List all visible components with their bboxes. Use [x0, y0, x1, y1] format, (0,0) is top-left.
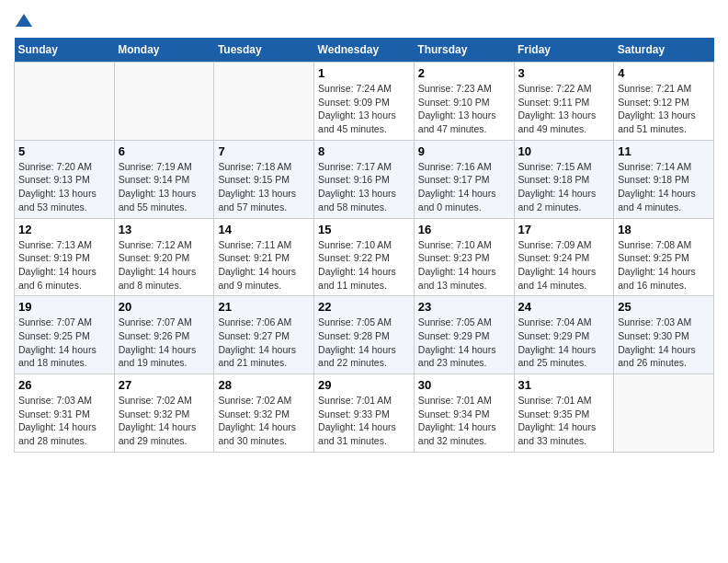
weekday-header-sunday: Sunday	[15, 38, 115, 63]
day-number: 3	[518, 66, 610, 80]
weekday-header-saturday: Saturday	[614, 38, 714, 63]
day-info: Sunrise: 7:03 AMSunset: 9:30 PMDaylight:…	[618, 316, 710, 370]
weekday-header-monday: Monday	[114, 38, 214, 63]
day-number: 27	[119, 378, 210, 392]
calendar-cell: 9Sunrise: 7:16 AMSunset: 9:17 PMDaylight…	[414, 140, 514, 218]
weekday-header-thursday: Thursday	[414, 38, 514, 63]
calendar-cell: 15Sunrise: 7:10 AMSunset: 9:22 PMDayligh…	[314, 218, 415, 296]
calendar-week-row: 5Sunrise: 7:20 AMSunset: 9:13 PMDaylight…	[15, 140, 714, 218]
day-info: Sunrise: 7:10 AMSunset: 9:22 PMDaylight:…	[318, 238, 410, 293]
calendar-cell: 16Sunrise: 7:10 AMSunset: 9:23 PMDayligh…	[414, 218, 514, 296]
calendar-cell: 30Sunrise: 7:01 AMSunset: 9:34 PMDayligh…	[414, 374, 514, 453]
calendar-cell: 20Sunrise: 7:07 AMSunset: 9:26 PMDayligh…	[114, 296, 214, 374]
calendar-cell: 13Sunrise: 7:12 AMSunset: 9:20 PMDayligh…	[114, 218, 214, 296]
calendar-cell: 8Sunrise: 7:17 AMSunset: 9:16 PMDaylight…	[314, 140, 415, 218]
calendar-cell: 12Sunrise: 7:13 AMSunset: 9:19 PMDayligh…	[15, 218, 115, 296]
calendar-cell	[114, 63, 214, 141]
calendar-cell: 23Sunrise: 7:05 AMSunset: 9:29 PMDayligh…	[414, 296, 514, 374]
calendar-cell	[214, 63, 314, 141]
day-info: Sunrise: 7:11 AMSunset: 9:21 PMDaylight:…	[218, 238, 310, 293]
day-info: Sunrise: 7:16 AMSunset: 9:17 PMDaylight:…	[418, 160, 510, 214]
calendar-cell: 4Sunrise: 7:21 AMSunset: 9:12 PMDaylight…	[614, 63, 714, 141]
day-number: 22	[318, 300, 410, 314]
calendar-cell: 18Sunrise: 7:08 AMSunset: 9:25 PMDayligh…	[614, 218, 714, 296]
day-info: Sunrise: 7:07 AMSunset: 9:26 PMDaylight:…	[119, 316, 210, 370]
day-info: Sunrise: 7:24 AMSunset: 9:09 PMDaylight:…	[318, 82, 410, 136]
day-number: 26	[18, 378, 110, 392]
day-number: 24	[518, 300, 610, 314]
logo-icon	[16, 12, 32, 29]
day-info: Sunrise: 7:02 AMSunset: 9:32 PMDaylight:…	[218, 394, 310, 448]
calendar-cell: 11Sunrise: 7:14 AMSunset: 9:18 PMDayligh…	[614, 140, 714, 218]
calendar-cell: 2Sunrise: 7:23 AMSunset: 9:10 PMDaylight…	[414, 63, 514, 141]
day-number: 19	[18, 300, 110, 314]
day-number: 9	[418, 144, 510, 158]
day-info: Sunrise: 7:18 AMSunset: 9:15 PMDaylight:…	[218, 160, 310, 214]
day-info: Sunrise: 7:21 AMSunset: 9:12 PMDaylight:…	[618, 82, 710, 136]
calendar-cell	[15, 63, 115, 141]
day-info: Sunrise: 7:01 AMSunset: 9:35 PMDaylight:…	[518, 394, 610, 448]
weekday-header-row: SundayMondayTuesdayWednesdayThursdayFrid…	[15, 38, 714, 63]
calendar-cell	[614, 374, 714, 453]
day-number: 29	[318, 378, 410, 392]
logo	[14, 14, 32, 29]
day-number: 25	[618, 300, 710, 314]
day-number: 12	[18, 223, 110, 236]
day-number: 23	[418, 300, 510, 314]
day-number: 31	[518, 378, 610, 392]
day-number: 13	[119, 223, 210, 236]
calendar-cell: 19Sunrise: 7:07 AMSunset: 9:25 PMDayligh…	[15, 296, 115, 374]
day-number: 15	[318, 223, 410, 236]
day-number: 17	[518, 223, 610, 236]
calendar-cell: 7Sunrise: 7:18 AMSunset: 9:15 PMDaylight…	[214, 140, 314, 218]
calendar-cell: 27Sunrise: 7:02 AMSunset: 9:32 PMDayligh…	[114, 374, 214, 453]
calendar-cell: 22Sunrise: 7:05 AMSunset: 9:28 PMDayligh…	[314, 296, 415, 374]
day-info: Sunrise: 7:19 AMSunset: 9:14 PMDaylight:…	[119, 160, 210, 214]
day-info: Sunrise: 7:10 AMSunset: 9:23 PMDaylight:…	[418, 238, 510, 293]
day-info: Sunrise: 7:23 AMSunset: 9:10 PMDaylight:…	[418, 82, 510, 136]
day-number: 16	[418, 223, 510, 236]
day-number: 8	[318, 144, 410, 158]
day-info: Sunrise: 7:14 AMSunset: 9:18 PMDaylight:…	[618, 160, 710, 214]
calendar-cell: 21Sunrise: 7:06 AMSunset: 9:27 PMDayligh…	[214, 296, 314, 374]
day-info: Sunrise: 7:01 AMSunset: 9:34 PMDaylight:…	[418, 394, 510, 448]
calendar-week-row: 12Sunrise: 7:13 AMSunset: 9:19 PMDayligh…	[15, 218, 714, 296]
day-info: Sunrise: 7:04 AMSunset: 9:29 PMDaylight:…	[518, 316, 610, 370]
day-number: 14	[218, 223, 310, 236]
weekday-header-tuesday: Tuesday	[214, 38, 314, 63]
day-number: 18	[618, 223, 710, 236]
calendar-cell: 10Sunrise: 7:15 AMSunset: 9:18 PMDayligh…	[514, 140, 614, 218]
calendar-cell: 26Sunrise: 7:03 AMSunset: 9:31 PMDayligh…	[15, 374, 115, 453]
weekday-header-friday: Friday	[514, 38, 614, 63]
day-number: 1	[318, 66, 410, 80]
day-info: Sunrise: 7:09 AMSunset: 9:24 PMDaylight:…	[518, 238, 610, 293]
calendar-cell: 17Sunrise: 7:09 AMSunset: 9:24 PMDayligh…	[514, 218, 614, 296]
calendar-cell: 14Sunrise: 7:11 AMSunset: 9:21 PMDayligh…	[214, 218, 314, 296]
day-number: 11	[618, 144, 710, 158]
calendar-week-row: 19Sunrise: 7:07 AMSunset: 9:25 PMDayligh…	[15, 296, 714, 374]
calendar-cell: 1Sunrise: 7:24 AMSunset: 9:09 PMDaylight…	[314, 63, 415, 141]
day-number: 2	[418, 66, 510, 80]
day-info: Sunrise: 7:22 AMSunset: 9:11 PMDaylight:…	[518, 82, 610, 136]
day-info: Sunrise: 7:13 AMSunset: 9:19 PMDaylight:…	[18, 238, 110, 293]
day-number: 28	[218, 378, 310, 392]
day-number: 5	[18, 144, 110, 158]
day-info: Sunrise: 7:12 AMSunset: 9:20 PMDaylight:…	[119, 238, 210, 293]
day-number: 21	[218, 300, 310, 314]
day-info: Sunrise: 7:15 AMSunset: 9:18 PMDaylight:…	[518, 160, 610, 214]
day-info: Sunrise: 7:17 AMSunset: 9:16 PMDaylight:…	[318, 160, 410, 214]
day-number: 20	[119, 300, 210, 314]
day-info: Sunrise: 7:06 AMSunset: 9:27 PMDaylight:…	[218, 316, 310, 370]
day-info: Sunrise: 7:03 AMSunset: 9:31 PMDaylight:…	[18, 394, 110, 448]
day-info: Sunrise: 7:02 AMSunset: 9:32 PMDaylight:…	[119, 394, 210, 448]
calendar-week-row: 1Sunrise: 7:24 AMSunset: 9:09 PMDaylight…	[15, 63, 714, 141]
day-number: 7	[218, 144, 310, 158]
day-info: Sunrise: 7:01 AMSunset: 9:33 PMDaylight:…	[318, 394, 410, 448]
calendar-cell: 6Sunrise: 7:19 AMSunset: 9:14 PMDaylight…	[114, 140, 214, 218]
calendar-cell: 31Sunrise: 7:01 AMSunset: 9:35 PMDayligh…	[514, 374, 614, 453]
day-number: 6	[119, 144, 210, 158]
calendar-week-row: 26Sunrise: 7:03 AMSunset: 9:31 PMDayligh…	[15, 374, 714, 453]
calendar-cell: 29Sunrise: 7:01 AMSunset: 9:33 PMDayligh…	[314, 374, 415, 453]
day-number: 10	[518, 144, 610, 158]
weekday-header-wednesday: Wednesday	[314, 38, 415, 63]
